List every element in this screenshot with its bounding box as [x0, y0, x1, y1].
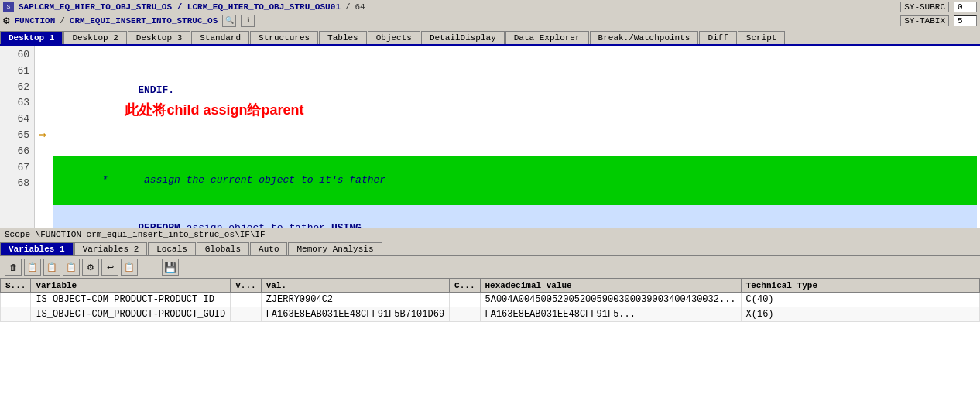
arrow-61 — [35, 66, 50, 86]
ln-68: 68 — [5, 176, 29, 192]
ln-67: 67 — [5, 160, 29, 176]
path-text: SAPLCRM_EQ_HIER_TO_OBJ_STRU_OS / LCRM_EQ… — [19, 2, 341, 12]
cell-hex-2: FA163E8EAB031EE48CFF91F5... — [480, 307, 741, 322]
header-s: S... — [1, 279, 31, 293]
table-row-1: IS_OBJECT-COM_PRODUCT-PRODUCT_ID ZJERRY0… — [1, 293, 980, 307]
cell-s-2 — [1, 307, 31, 322]
scope-text: Scope \FUNCTION crm_equi_insert_into_str… — [5, 230, 266, 239]
variables-table: S... Variable V... Val. C... Hexadecimal… — [0, 279, 980, 322]
sy-tabix-value: 5 — [954, 15, 977, 26]
arrow-67 — [35, 184, 50, 204]
code-line-60 — [53, 47, 977, 67]
header-v: V... — [231, 279, 261, 293]
func-icon-btn1[interactable]: 🔍 — [222, 15, 236, 27]
code-line-64: PERFORM assign_object_to_father USING — [53, 205, 977, 228]
cell-s-1 — [1, 293, 31, 307]
tab-memory-analysis[interactable]: Memory Analysis — [288, 242, 382, 255]
tab-locals[interactable]: Locals — [148, 242, 196, 255]
cell-val-1: ZJERRY0904C2 — [261, 293, 449, 307]
tab-variables2[interactable]: Variables 2 — [74, 242, 148, 255]
header-tech: Technical Type — [741, 279, 979, 293]
tab-desktop2[interactable]: Desktop 2 — [63, 31, 126, 44]
copy-btn3[interactable]: 📋 — [63, 259, 80, 276]
tab-desktop3[interactable]: Desktop 3 — [128, 31, 190, 44]
line-numbers: 60 61 62 63 64 65 66 67 68 — [0, 46, 35, 228]
func-sep: / — [60, 16, 65, 26]
paste-btn[interactable]: 📋 — [121, 259, 138, 276]
cell-c-1 — [450, 293, 480, 307]
cell-variable-1: IS_OBJECT-COM_PRODUCT-PRODUCT_ID — [31, 293, 231, 307]
ln-66: 66 — [5, 144, 29, 160]
topbar-row1: S SAPLCRM_EQ_HIER_TO_OBJ_STRU_OS / LCRM_… — [3, 2, 977, 12]
cell-variable-2: IS_OBJECT-COM_PRODUCT-PRODUCT_GUID — [31, 307, 231, 322]
toolbar-sep — [142, 260, 142, 274]
copy-btn2[interactable]: 📋 — [43, 259, 60, 276]
function-icon: ⚙ — [3, 14, 9, 27]
tab-diff[interactable]: Diff — [699, 31, 736, 44]
tab-breakwatchpoints[interactable]: Break./Watchpoints — [590, 31, 699, 44]
bottom-toolbar: 🗑 📋 📋 📋 ⚙ ↩ 📋 💾 — [0, 256, 980, 279]
header-c: C... — [450, 279, 480, 293]
main-layout: S SAPLCRM_EQ_HIER_TO_OBJ_STRU_OS / LCRM_… — [0, 0, 980, 418]
topbar-row2: ⚙ FUNCTION / CRM_EQUI_INSERT_INTO_STRUC_… — [3, 14, 977, 27]
sy-tabix-label: SY-TABIX — [900, 15, 949, 26]
arrow-64: ⇒ — [35, 125, 50, 145]
code-perform-name: assign_object_to_father — [187, 222, 331, 228]
header-variable: Variable — [31, 279, 231, 293]
ln-62: 62 — [5, 80, 29, 96]
settings-btn[interactable]: ⚙ — [82, 259, 99, 276]
arrow-65 — [35, 145, 50, 165]
delete-btn[interactable]: 🗑 — [5, 259, 22, 276]
code-area: 60 61 62 63 64 65 66 67 68 ⇒ — [0, 46, 980, 228]
table-header-row: S... Variable V... Val. C... Hexadecimal… — [1, 279, 980, 293]
tab-script[interactable]: Script — [738, 31, 786, 44]
ln-60: 60 — [5, 47, 29, 63]
save-btn[interactable]: 💾 — [162, 259, 179, 276]
tab-dataexplorer[interactable]: Data Explorer — [505, 31, 589, 44]
code-lines: ENDIF. 此处将child assign给parent * assign t… — [50, 46, 980, 228]
main-tab-bar: Desktop 1 Desktop 2 Desktop 3 Standard S… — [0, 29, 980, 46]
path-sep: / — [345, 2, 351, 12]
annotation-text: 此处将child assign给parent — [125, 102, 303, 118]
ln-65: 65 — [5, 128, 29, 144]
code-using: USING — [331, 222, 362, 228]
tab-detaildisplay[interactable]: DetailDisplay — [421, 31, 505, 44]
arrow-62 — [35, 85, 50, 105]
function-label: FUNCTION — [14, 16, 55, 26]
cell-v-2 — [231, 307, 261, 322]
tab-desktop1[interactable]: Desktop 1 — [0, 31, 63, 44]
bottom-tab-bar: Variables 1 Variables 2 Locals Globals A… — [0, 241, 980, 256]
cell-v-1 — [231, 293, 261, 307]
tab-globals[interactable]: Globals — [197, 242, 249, 255]
code-endif: ENDIF. — [101, 84, 174, 96]
ln-61: 61 — [5, 63, 29, 80]
code-line-63: * assign the current object to it's fath… — [53, 156, 977, 204]
tab-objects[interactable]: Objects — [368, 31, 420, 44]
tab-tables[interactable]: Tables — [319, 31, 367, 44]
header-hex: Hexadecimal Value — [480, 279, 741, 293]
tab-standard[interactable]: Standard — [191, 31, 249, 44]
code-perform: PERFORM — [101, 222, 186, 228]
code-line-62 — [53, 137, 977, 156]
cell-hex-1: 5A004A0045005200520059003000390034004300… — [480, 293, 741, 307]
table-row-2: IS_OBJECT-COM_PRODUCT-PRODUCT_GUID FA163… — [1, 307, 980, 322]
cell-tech-2: X(16) — [741, 307, 979, 322]
cell-c-2 — [450, 307, 480, 322]
undo-btn[interactable]: ↩ — [101, 259, 118, 276]
tab-variables1[interactable]: Variables 1 — [0, 242, 74, 255]
arrow-66 — [35, 165, 50, 185]
tab-structures[interactable]: Structures — [250, 31, 318, 44]
tab-auto[interactable]: Auto — [250, 242, 287, 255]
header-val: Val. — [261, 279, 449, 293]
func-icon-btn2[interactable]: ℹ — [241, 15, 255, 27]
cell-tech-1: C(40) — [741, 293, 979, 307]
sy-subrc-value: 0 — [954, 2, 977, 12]
arrow-63 — [35, 105, 50, 125]
arrow-col: ⇒ — [35, 46, 50, 228]
copy-btn1[interactable]: 📋 — [24, 259, 41, 276]
code-comment-63: * assign the current object to it's fath… — [101, 174, 385, 186]
ln-64: 64 — [5, 111, 29, 128]
ln-63: 63 — [5, 95, 29, 111]
sap-icon: S — [3, 2, 14, 12]
arrow-68 — [35, 204, 50, 224]
